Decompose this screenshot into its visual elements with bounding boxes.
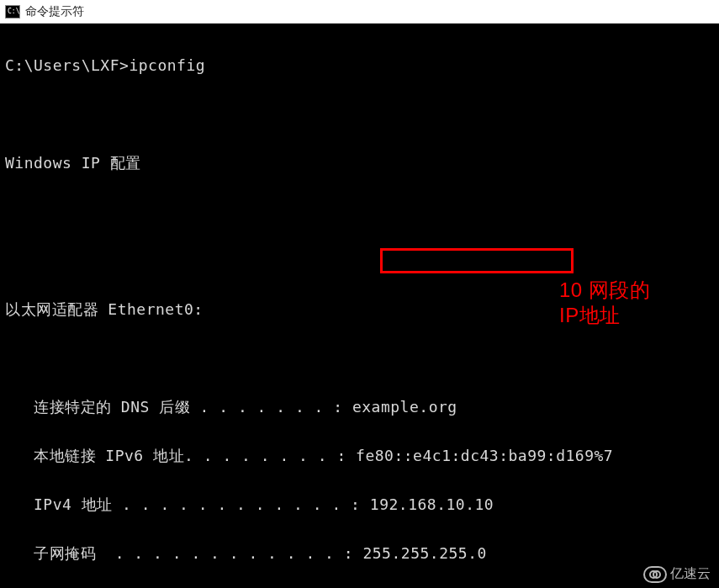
row-value-ipv4: 192.168.10.10 — [360, 495, 494, 513]
watermark-text: 亿速云 — [670, 565, 711, 583]
cmd-icon-text: C:\. — [8, 8, 24, 15]
watermark-logo-icon — [643, 566, 667, 583]
terminal-body[interactable]: C:\Users\LXF>ipconfig Windows IP 配置 以太网适… — [0, 24, 719, 588]
window-titlebar[interactable]: C:\. 命令提示符 — [0, 0, 719, 24]
blank-line — [5, 346, 714, 370]
row-value: fe80::e4c1:dc43:ba99:d169%7 — [346, 447, 613, 464]
adapter-0-row-2: IPv4 地址 . . . . . . . . . . . . : 192.16… — [5, 492, 714, 516]
blank-line — [5, 199, 714, 224]
blank-line — [5, 102, 714, 126]
window-title: 命令提示符 — [25, 4, 84, 19]
row-label: 本地链接 IPv6 地址. . . . . . . . : — [5, 447, 346, 464]
row-label: 连接特定的 DNS 后缀 . . . . . . . : — [5, 398, 343, 416]
blank-line — [5, 248, 714, 273]
row-label: 子网掩码 . . . . . . . . . . . . : — [5, 544, 353, 562]
watermark: 亿速云 — [643, 565, 711, 583]
adapter-0-row-3: 子网掩码 . . . . . . . . . . . . : 255.255.2… — [5, 541, 714, 565]
adapter-0-row-0: 连接特定的 DNS 后缀 . . . . . . . : example.org — [5, 395, 714, 419]
row-value: example.org — [343, 398, 457, 416]
adapter-0-title: 以太网适配器 Ethernet0: — [5, 297, 714, 321]
row-value: 255.255.255.0 — [353, 544, 487, 562]
typed-command: ipconfig — [129, 56, 205, 74]
prompt-path: C:\Users\LXF> — [5, 56, 129, 74]
row-label: IPv4 地址 . . . . . . . . . . . . : — [5, 495, 360, 513]
ip-config-header: Windows IP 配置 — [5, 151, 714, 175]
cmd-icon: C:\. — [5, 5, 20, 19]
prompt-line: C:\Users\LXF>ipconfig — [5, 53, 714, 77]
adapter-0-row-1: 本地链接 IPv6 地址. . . . . . . . : fe80::e4c1… — [5, 443, 714, 468]
